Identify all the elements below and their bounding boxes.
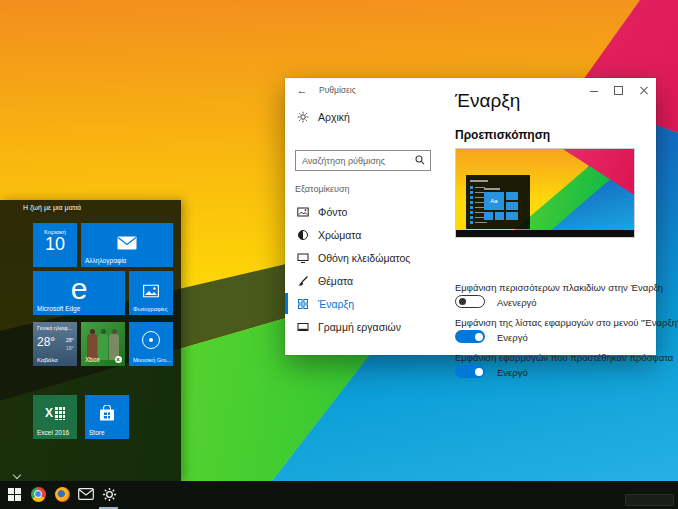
desktop: Η ζωή με μια ματιά Κυριακή 10 Αλληλογραφ… bbox=[0, 0, 678, 509]
store-bag-icon bbox=[100, 410, 114, 421]
sidebar-item-background[interactable]: Φόντο bbox=[285, 200, 455, 223]
sidebar-home-label: Αρχική bbox=[318, 111, 350, 123]
tile-label: Store bbox=[89, 429, 105, 436]
tile-label: Μουσική Gro... bbox=[133, 357, 171, 363]
gear-icon bbox=[102, 487, 117, 502]
gear-icon bbox=[297, 111, 309, 123]
sidebar-item-label: Χρώματα bbox=[318, 229, 361, 241]
system-tray[interactable] bbox=[625, 494, 674, 506]
sidebar-item-label: Θέματα bbox=[318, 275, 353, 287]
sidebar-item-label: Φόντο bbox=[318, 206, 347, 218]
close-icon bbox=[639, 86, 648, 95]
toggle-label-more-tiles: Εμφάνιση περισσότερων πλακιδίων στην Ένα… bbox=[455, 282, 663, 293]
taskbar-chrome-button[interactable] bbox=[27, 481, 49, 507]
taskbar bbox=[0, 481, 678, 509]
excel-icon: X bbox=[45, 406, 65, 420]
xbox-logo-icon bbox=[115, 356, 122, 363]
settings-window: ← Ρυθμίσεις Αρχική bbox=[285, 78, 656, 355]
settings-content: Έναρξη Προεπισκόπηση bbox=[455, 102, 656, 355]
groove-music-icon bbox=[142, 331, 160, 349]
tile-label: Excel 2016 bbox=[37, 429, 69, 436]
toggle-app-list[interactable] bbox=[455, 330, 485, 343]
back-button[interactable]: ← bbox=[293, 82, 311, 98]
chrome-icon bbox=[31, 487, 46, 502]
sidebar-item-start[interactable]: Έναρξη bbox=[285, 292, 455, 315]
tile-weather[interactable]: Γενικά ηλιοφ... 28° 28° 18° Καβάλα bbox=[33, 322, 77, 366]
maximize-icon bbox=[614, 86, 623, 95]
toggle-label-app-list: Εμφάνιση της λίστας εφαρμογών στο μενού … bbox=[455, 317, 678, 328]
sidebar-item-taskbar[interactable]: Γραμμή εργασιών bbox=[285, 315, 455, 338]
tile-label: Microsoft Edge bbox=[37, 305, 80, 312]
minimize-button[interactable] bbox=[581, 78, 606, 102]
edge-logo: e bbox=[71, 272, 88, 306]
tile-mail[interactable]: Αλληλογραφία bbox=[81, 223, 173, 267]
toggle-state-recent-apps: Ενεργό bbox=[497, 367, 528, 378]
lock-screen-icon bbox=[297, 252, 309, 264]
taskbar-mail-button[interactable] bbox=[75, 481, 97, 507]
page-title: Έναρξη bbox=[455, 90, 520, 112]
taskbar-settings-button[interactable] bbox=[98, 481, 120, 507]
taskbar-icon bbox=[297, 321, 309, 333]
search-icon bbox=[415, 155, 425, 165]
start-preview-image: Aa bbox=[455, 148, 635, 238]
tile-calendar[interactable]: Κυριακή 10 bbox=[33, 223, 77, 267]
toggle-knob bbox=[475, 368, 483, 376]
colors-icon bbox=[297, 229, 309, 241]
tile-edge[interactable]: e Microsoft Edge bbox=[33, 271, 125, 315]
sidebar-item-label: Έναρξη bbox=[318, 298, 354, 310]
tile-excel[interactable]: X Excel 2016 bbox=[33, 395, 77, 439]
preview-taskbar bbox=[456, 230, 634, 237]
preview-start-menu: Aa bbox=[466, 175, 530, 229]
excel-logo-letter: X bbox=[45, 406, 53, 420]
calendar-date: 10 bbox=[33, 235, 77, 255]
tile-groove-music[interactable]: Μουσική Gro... bbox=[129, 322, 173, 366]
toggle-label-recent-apps: Εμφάνιση εφαρμογών που προστέθηκαν πρόσφ… bbox=[455, 352, 673, 363]
weather-high: 28° bbox=[66, 337, 74, 343]
firefox-icon bbox=[55, 487, 70, 502]
taskbar-firefox-button[interactable] bbox=[51, 481, 73, 507]
close-button[interactable] bbox=[631, 78, 656, 102]
minimize-icon bbox=[590, 91, 598, 92]
tile-group-label: Η ζωή με μια ματιά bbox=[23, 204, 81, 211]
tile-photos[interactable]: Φωτογραφίες bbox=[129, 271, 173, 315]
maximize-button[interactable] bbox=[606, 78, 631, 102]
sidebar-item-label: Οθόνη κλειδώματος bbox=[318, 252, 410, 264]
themes-icon bbox=[297, 275, 309, 287]
sidebar-item-lock-screen[interactable]: Οθόνη κλειδώματος bbox=[285, 246, 455, 269]
toggle-more-tiles[interactable] bbox=[455, 295, 485, 308]
start-menu-scroll-chevron-icon[interactable] bbox=[14, 471, 21, 478]
sidebar-item-colors[interactable]: Χρώματα bbox=[285, 223, 455, 246]
tile-label: Φωτογραφίες bbox=[133, 306, 167, 312]
toggle-knob bbox=[459, 298, 466, 305]
weather-condition: Γενικά ηλιοφ... bbox=[37, 325, 75, 331]
preview-aa-tile: Aa bbox=[484, 192, 504, 210]
windows-logo-icon bbox=[8, 488, 21, 501]
tile-label: Αλληλογραφία bbox=[85, 257, 126, 264]
start-menu: Η ζωή με μια ματιά Κυριακή 10 Αλληλογραφ… bbox=[0, 200, 181, 481]
toggle-recent-apps[interactable] bbox=[455, 365, 485, 378]
mail-icon bbox=[117, 236, 137, 250]
start-button[interactable] bbox=[3, 481, 25, 507]
settings-sidebar: Αρχική Εξατομίκευση Φόντο bbox=[285, 102, 455, 355]
sidebar-section-label: Εξατομίκευση bbox=[295, 184, 350, 194]
photos-icon bbox=[143, 284, 159, 297]
search-input[interactable] bbox=[296, 151, 430, 170]
sidebar-item-home[interactable]: Αρχική bbox=[285, 106, 455, 128]
toggle-state-more-tiles: Ανενεργό bbox=[497, 297, 537, 308]
tile-store[interactable]: Store bbox=[85, 395, 129, 439]
start-tiles-icon bbox=[297, 298, 309, 310]
sidebar-item-label: Γραμμή εργασιών bbox=[318, 321, 401, 333]
tile-xbox[interactable]: Xbox bbox=[81, 322, 125, 366]
preview-heading: Προεπισκόπηση bbox=[455, 128, 550, 142]
toggle-knob bbox=[475, 333, 483, 341]
weather-low: 18° bbox=[66, 344, 74, 352]
toggle-state-app-list: Ενεργό bbox=[497, 332, 528, 343]
window-title: Ρυθμίσεις bbox=[319, 85, 356, 95]
settings-search-box bbox=[295, 150, 431, 171]
tile-label: Xbox bbox=[85, 356, 100, 363]
mail-icon bbox=[78, 488, 94, 500]
weather-temperature: 28° bbox=[37, 335, 55, 349]
excel-sheet-icon bbox=[55, 407, 65, 420]
background-icon bbox=[297, 206, 309, 218]
sidebar-item-themes[interactable]: Θέματα bbox=[285, 269, 455, 292]
